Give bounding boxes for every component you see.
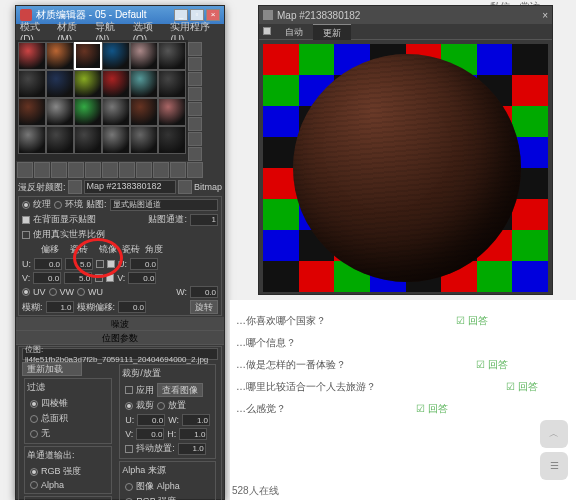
tool-video[interactable] — [188, 102, 202, 116]
scroll-list-button[interactable]: ☰ — [540, 452, 568, 480]
material-slot[interactable] — [130, 70, 158, 98]
bitmap-rollout-header[interactable]: 位图参数 — [16, 331, 224, 345]
tool-name[interactable] — [187, 162, 203, 178]
tool-background[interactable] — [188, 72, 202, 86]
reply-link[interactable]: ☑ 回答 — [506, 381, 538, 392]
view-image-button[interactable]: 查看图像 — [157, 383, 203, 397]
tool-sibling[interactable] — [153, 162, 169, 178]
material-slot[interactable] — [74, 98, 102, 126]
summed-radio[interactable] — [30, 415, 38, 423]
tool-map[interactable] — [188, 147, 202, 161]
v-tile-check[interactable] — [106, 274, 114, 282]
material-slot[interactable] — [130, 98, 158, 126]
mono-alpha-radio[interactable] — [30, 481, 38, 489]
tool-show[interactable] — [102, 162, 118, 178]
material-slot[interactable] — [102, 70, 130, 98]
material-slot[interactable] — [74, 126, 102, 154]
blur-offset-spinner[interactable]: 0.0 — [118, 301, 146, 313]
material-slot[interactable] — [102, 98, 130, 126]
tool-end[interactable] — [119, 162, 135, 178]
tool-pick[interactable] — [170, 162, 186, 178]
v-tile-spinner[interactable]: 5.0 — [64, 272, 92, 284]
u-tile-spinner[interactable]: 5.0 — [65, 258, 93, 270]
environ-radio[interactable] — [54, 201, 62, 209]
u-offset-spinner[interactable]: 0.0 — [34, 258, 62, 270]
crop-v[interactable]: 0.0 — [136, 428, 164, 440]
question-item[interactable]: …哪里比较适合一个人去旅游？☑ 回答 — [236, 380, 570, 394]
jitter-spinner[interactable]: 1.0 — [178, 443, 206, 455]
crop-h[interactable]: 1.0 — [179, 428, 207, 440]
crop-w[interactable]: 1.0 — [182, 414, 210, 426]
alpha-img-radio[interactable] — [125, 483, 133, 491]
realworld-check[interactable] — [22, 231, 30, 239]
material-slot[interactable] — [74, 70, 102, 98]
uv-radio[interactable] — [22, 288, 30, 296]
material-slot[interactable] — [130, 42, 158, 70]
tab-auto[interactable]: 自动 — [275, 24, 313, 40]
bitmap-path-field[interactable]: 位图: li4fe51fb2b0a3d7f2b_7059111_20404694… — [22, 348, 218, 360]
v-angle-spinner[interactable]: 0.0 — [128, 272, 156, 284]
tool-parent[interactable] — [136, 162, 152, 178]
crop-u[interactable]: 0.0 — [137, 414, 165, 426]
material-slot[interactable] — [130, 126, 158, 154]
place-radio[interactable] — [157, 402, 165, 410]
tool-assign[interactable] — [51, 162, 67, 178]
backface-check[interactable] — [22, 216, 30, 224]
material-slot[interactable] — [102, 126, 130, 154]
preview-close[interactable]: × — [542, 10, 548, 21]
material-slot[interactable] — [158, 126, 186, 154]
tab-update[interactable]: 更新 — [313, 24, 351, 40]
question-item[interactable]: …你喜欢哪个国家？☑ 回答 — [236, 314, 570, 328]
material-slot[interactable] — [18, 42, 46, 70]
apply-check[interactable] — [125, 386, 133, 394]
material-slot[interactable] — [18, 70, 46, 98]
preview-titlebar[interactable]: Map #2138380182 × — [259, 6, 552, 24]
jitter-check[interactable] — [125, 445, 133, 453]
v-mirror-check[interactable] — [95, 274, 103, 282]
question-item[interactable]: …做是怎样的一番体验？☑ 回答 — [236, 358, 570, 372]
tool-get[interactable] — [17, 162, 33, 178]
material-slot[interactable] — [46, 70, 74, 98]
tool-x[interactable] — [85, 162, 101, 178]
u-tile-check[interactable] — [107, 260, 115, 268]
texture-radio[interactable] — [22, 201, 30, 209]
material-slot[interactable] — [46, 42, 74, 70]
tool-options[interactable] — [188, 117, 202, 131]
material-slot[interactable] — [158, 98, 186, 126]
material-slot[interactable] — [18, 98, 46, 126]
tool-select[interactable] — [188, 132, 202, 146]
tool-put[interactable] — [34, 162, 50, 178]
scroll-top-button[interactable]: ︿ — [540, 420, 568, 448]
map-name-field[interactable]: Map #2138380182 — [84, 180, 176, 194]
reload-button[interactable]: 重新加载 — [22, 362, 82, 376]
channel-spinner[interactable]: 1 — [190, 214, 218, 226]
tool-uv-tile[interactable] — [188, 87, 202, 101]
preview-viewport[interactable] — [263, 44, 548, 292]
question-item[interactable]: …么感觉？☑ 回答 — [236, 402, 570, 416]
material-slot[interactable] — [74, 42, 102, 70]
material-slot[interactable] — [158, 70, 186, 98]
rotate-button[interactable]: 旋转 — [190, 300, 218, 314]
tool-sample-type[interactable] — [188, 42, 202, 56]
eyedrop-icon[interactable] — [68, 180, 82, 194]
mapping-dropdown[interactable]: 显式贴图通道 — [110, 199, 218, 211]
map-type[interactable]: Bitmap — [194, 182, 222, 192]
material-slot[interactable] — [158, 42, 186, 70]
tool-backlight[interactable] — [188, 57, 202, 71]
v-offset-spinner[interactable]: 0.0 — [33, 272, 61, 284]
reply-link[interactable]: ☑ 回答 — [416, 403, 448, 414]
mono-rgb-radio[interactable] — [30, 468, 38, 476]
question-item[interactable]: …哪个信息？ — [236, 336, 570, 350]
wu-radio[interactable] — [77, 288, 85, 296]
w-angle-spinner[interactable]: 0.0 — [190, 286, 218, 298]
blur-spinner[interactable]: 1.0 — [46, 301, 74, 313]
vw-radio[interactable] — [49, 288, 57, 296]
reply-link[interactable]: ☑ 回答 — [476, 359, 508, 370]
material-slot[interactable] — [102, 42, 130, 70]
u-mirror-check[interactable] — [96, 260, 104, 268]
crop-radio[interactable] — [125, 402, 133, 410]
pyramidal-radio[interactable] — [30, 400, 38, 408]
tool-reset[interactable] — [68, 162, 84, 178]
reply-link[interactable]: ☑ 回答 — [456, 315, 488, 326]
material-slot[interactable] — [46, 126, 74, 154]
